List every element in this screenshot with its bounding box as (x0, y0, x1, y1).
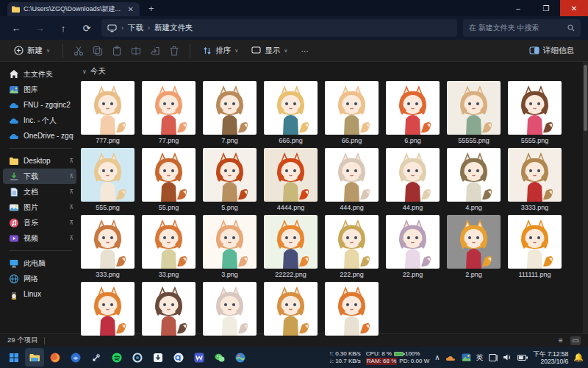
file-item[interactable] (142, 282, 196, 346)
file-item-22.png[interactable]: 22.png (386, 215, 440, 279)
file-item-3333.png[interactable]: 3333.png (508, 148, 562, 212)
taskbar-clock[interactable]: 下午 7:12:58 2023/10/6 (534, 350, 569, 365)
forward-button[interactable]: → (31, 19, 49, 37)
network-monitor[interactable]: ↑: 0.30 KB/s ↓: 10.7 KB/s (329, 350, 361, 365)
file-item-333.png[interactable]: 333.png (81, 215, 135, 279)
sidebar-item-linux[interactable]: Linux (3, 286, 76, 302)
file-item-44.png[interactable]: 44.png (386, 148, 440, 212)
maximize-button[interactable]: ❐ (532, 0, 560, 16)
file-thumbnail (447, 148, 501, 202)
explorer-tab[interactable]: C:\Users\ZGQ\Downloads\新建... ✕ (7, 2, 140, 16)
taskbar-wechat-icon[interactable] (210, 348, 229, 367)
scrollbar-thumb[interactable] (584, 65, 587, 131)
up-button[interactable]: ↑ (54, 19, 72, 37)
sidebar-item--[interactable]: 文档⊼ (3, 184, 76, 199)
power-plug-icon[interactable] (517, 354, 528, 361)
sidebar-item--[interactable]: 网络 (3, 271, 76, 286)
copy-button[interactable] (90, 43, 106, 59)
touch-keyboard-icon[interactable] (489, 353, 498, 362)
sidebar-item-fnu-zgqinc2[interactable]: FNU - zgqinc2 (3, 97, 76, 113)
delete-button[interactable] (166, 43, 182, 59)
sort-button[interactable]: 排序 ∨ (198, 43, 243, 59)
file-item[interactable] (203, 282, 257, 346)
file-item-5.png[interactable]: 5.png (203, 148, 257, 212)
file-item-111111.png[interactable]: 111111.png (508, 215, 562, 279)
file-item-777.png[interactable]: 777.png (81, 81, 135, 145)
file-item-666.png[interactable]: 666.png (264, 81, 318, 145)
minimize-button[interactable]: – (504, 0, 532, 16)
ime-indicator[interactable]: 英 (476, 353, 484, 363)
taskbar-w-app-icon[interactable] (190, 348, 209, 367)
taskbar-globe-app-icon[interactable] (231, 348, 250, 367)
more-options-button[interactable]: ··· (295, 43, 314, 58)
sidebar-item--[interactable]: 下载⊼ (3, 169, 76, 184)
details-pane-button[interactable]: 详细信息 (524, 43, 579, 59)
vertical-scrollbar[interactable] (583, 62, 588, 333)
share-button[interactable] (147, 43, 163, 59)
cpu-ram-monitor[interactable]: CPU: 8 % 100% RAM: 68 % PD: 0.00 W (366, 350, 429, 365)
paste-button[interactable] (109, 43, 125, 59)
file-item-4.png[interactable]: 4.png (447, 148, 501, 212)
breadcrumb-new-folder[interactable]: 新建文件夹 (154, 23, 193, 33)
file-item-66.png[interactable]: 66.png (325, 81, 379, 145)
file-name: 4444.png (277, 204, 305, 212)
taskbar-explorer-icon[interactable] (25, 348, 44, 367)
file-item-55555.png[interactable]: 55555.png (447, 81, 501, 145)
file-item-2.png[interactable]: 2.png (447, 215, 501, 279)
rename-button[interactable] (128, 43, 144, 59)
file-item[interactable] (264, 282, 318, 346)
sidebar-item--[interactable]: 图片⊼ (3, 199, 76, 215)
new-tab-button[interactable]: + (148, 3, 154, 14)
sidebar-item--[interactable]: 图库 (3, 82, 76, 97)
file-item-5555.png[interactable]: 5555.png (508, 81, 562, 145)
file-item-555.png[interactable]: 555.png (81, 148, 135, 212)
new-button-label: 新建 (27, 46, 43, 56)
photos-tray-icon[interactable] (462, 353, 471, 362)
file-item-77.png[interactable]: 77.png (142, 81, 196, 145)
taskbar-steam-icon[interactable] (87, 348, 106, 367)
file-item[interactable] (325, 282, 379, 346)
file-item-7.png[interactable]: 7.png (203, 81, 257, 145)
file-item[interactable] (81, 282, 135, 346)
sidebar-item-label: 网络 (24, 274, 74, 284)
cut-button[interactable] (71, 43, 87, 59)
view-button[interactable]: 显示 ∨ (246, 43, 293, 59)
address-bar[interactable]: › 下载 › 新建文件夹 (101, 19, 457, 37)
breadcrumb-downloads[interactable]: 下载 (128, 23, 143, 33)
sidebar-item--[interactable]: 音乐⊼ (3, 215, 76, 230)
taskbar-spotify-icon[interactable] (107, 348, 126, 367)
taskbar-qbittorrent-icon[interactable] (169, 348, 188, 367)
sidebar-item--[interactable]: 此电脑 (3, 255, 76, 271)
close-button[interactable]: ✕ (560, 0, 588, 16)
taskbar-ring-app-icon[interactable] (128, 348, 147, 367)
sidebar-item--[interactable]: 视频⊼ (3, 230, 76, 246)
file-item-444.png[interactable]: 444.png (325, 148, 379, 212)
tray-overflow-chevron[interactable]: ∧ (434, 353, 440, 361)
taskbar-start-icon[interactable] (4, 348, 24, 367)
sidebar-item-desktop[interactable]: Desktop⊼ (3, 153, 76, 169)
back-button[interactable]: ← (7, 19, 25, 37)
file-item-4444.png[interactable]: 4444.png (264, 148, 318, 212)
sidebar-item-inc-[interactable]: Inc. - 个人 (3, 113, 76, 128)
search-input[interactable]: 在 新建文件夹 中搜索 (463, 19, 581, 37)
file-item-3.png[interactable]: 3.png (203, 215, 257, 279)
sidebar-item-onedrive-zgqinc[interactable]: OneDrive - zgqinc (3, 128, 76, 144)
file-item-222.png[interactable]: 222.png (325, 215, 379, 279)
file-item-55.png[interactable]: 55.png (142, 148, 196, 212)
notification-bell-icon[interactable]: 🔔 (573, 353, 584, 362)
refresh-button[interactable]: ⟳ (78, 19, 96, 37)
taskbar-downloader-icon[interactable] (148, 348, 168, 367)
taskbar-firefox-icon[interactable] (46, 348, 65, 367)
speaker-icon[interactable] (503, 353, 512, 361)
file-thumbnail (142, 148, 196, 202)
sidebar-item--[interactable]: 主文件夹 (3, 66, 76, 82)
new-button[interactable]: 新建 ∨ (9, 43, 55, 59)
network-icon (9, 274, 19, 284)
taskbar-files-app-icon[interactable] (66, 348, 85, 367)
file-item-6.png[interactable]: 6.png (386, 81, 440, 145)
file-item-33.png[interactable]: 33.png (142, 215, 196, 279)
group-header-today[interactable]: ∨ 今天 (82, 66, 588, 77)
tab-close-icon[interactable]: ✕ (126, 6, 135, 13)
file-item-22222.png[interactable]: 22222.png (264, 215, 318, 279)
cloud-tray-icon[interactable] (445, 354, 456, 361)
